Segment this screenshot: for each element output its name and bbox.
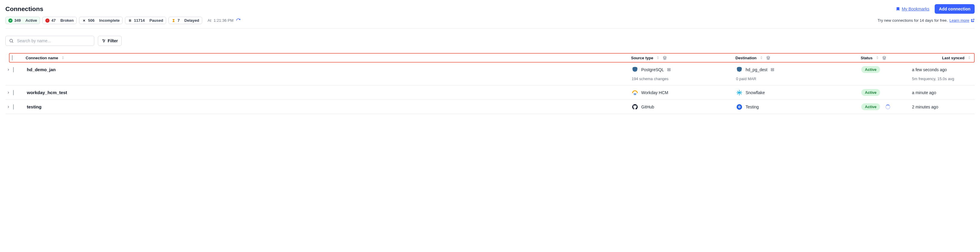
destination-label: Snowflake xyxy=(746,90,765,95)
connection-name: hd_demo_jan xyxy=(27,67,632,72)
source-label: GitHub xyxy=(641,105,654,109)
row-checkbox[interactable] xyxy=(13,104,14,109)
last-synced-value: 2 minutes ago xyxy=(912,105,972,109)
svg-rect-7 xyxy=(668,70,670,71)
svg-rect-9 xyxy=(771,70,774,71)
search-icon xyxy=(9,38,14,43)
github-icon xyxy=(632,104,638,110)
sort-icon[interactable] xyxy=(656,56,660,60)
col-status: Status xyxy=(861,56,873,60)
filter-label: Filter xyxy=(108,38,118,43)
group-icon[interactable] xyxy=(882,56,886,60)
svg-rect-1 xyxy=(130,19,131,22)
last-synced-value: a few seconds ago xyxy=(912,67,972,72)
destination-label: Testing xyxy=(746,105,759,109)
page-title: Connections xyxy=(5,5,43,13)
table-row[interactable]: hd_demo_jan PostgreSQL hd_pg_dest Active… xyxy=(5,63,975,76)
pill-broken-label: Broken xyxy=(60,18,74,23)
pill-delayed[interactable]: 7 Delayed xyxy=(169,17,202,24)
search-input[interactable] xyxy=(5,36,94,46)
table-row-details: 194 schema changes 0 paid MAR 5m frequen… xyxy=(5,76,975,86)
svg-rect-6 xyxy=(668,68,670,69)
col-source-type: Source type xyxy=(631,56,653,60)
pill-active[interactable]: 349 Active xyxy=(5,17,40,24)
sort-icon[interactable] xyxy=(876,56,879,60)
status-badge: Active xyxy=(861,89,880,96)
pill-active-count: 349 xyxy=(14,18,21,23)
pill-incomplete[interactable]: 506 Incomplete xyxy=(79,17,123,24)
sort-icon[interactable] xyxy=(61,56,65,60)
x-icon xyxy=(82,19,86,23)
last-synced-value: a minute ago xyxy=(912,90,972,95)
external-link-icon xyxy=(970,19,975,23)
svg-text:W: W xyxy=(634,93,636,96)
pill-delayed-label: Delayed xyxy=(184,18,199,23)
trial-text: Try new connections for 14 days for free… xyxy=(877,18,948,23)
expand-row-icon[interactable] xyxy=(5,105,11,109)
group-icon[interactable] xyxy=(766,56,770,60)
workday-icon: W xyxy=(632,89,638,96)
pill-incomplete-label: Incomplete xyxy=(99,18,120,23)
sort-icon[interactable] xyxy=(760,56,763,60)
postgres-icon xyxy=(632,67,638,73)
pill-delayed-count: 7 xyxy=(177,18,180,23)
pill-incomplete-count: 506 xyxy=(88,18,95,23)
source-label: Workday HCM xyxy=(641,90,668,95)
bookmark-icon xyxy=(896,7,900,11)
col-destination: Destination xyxy=(735,56,757,60)
testing-icon xyxy=(736,104,743,110)
destination-label: hd_pg_dest xyxy=(746,67,767,72)
alert-circle-icon xyxy=(45,19,49,23)
svg-point-4 xyxy=(104,41,105,41)
svg-point-13 xyxy=(739,106,740,108)
source-label: PostgreSQL xyxy=(641,67,664,72)
add-connection-button[interactable]: Add connection xyxy=(935,4,975,14)
stack-icon xyxy=(667,68,671,72)
table-header: Connection name Source type Destination xyxy=(9,53,975,63)
source-subtext: 194 schema changes xyxy=(632,76,736,81)
pill-paused[interactable]: 11714 Paused xyxy=(125,17,166,24)
hourglass-icon xyxy=(172,19,176,23)
pause-icon xyxy=(128,19,132,23)
filter-button[interactable]: Filter xyxy=(98,36,122,46)
stack-icon xyxy=(770,68,775,72)
timestamp-value: 1:21:36 PM xyxy=(213,18,234,23)
postgres-icon xyxy=(736,67,743,73)
snowflake-icon xyxy=(736,89,743,96)
connection-name: testing xyxy=(27,104,632,109)
svg-point-2 xyxy=(10,39,13,42)
expand-row-icon[interactable] xyxy=(5,68,11,71)
refresh-icon[interactable] xyxy=(236,18,241,23)
connection-name: workday_hcm_test xyxy=(27,90,632,95)
pill-broken[interactable]: 47 Broken xyxy=(42,17,76,24)
group-icon[interactable] xyxy=(663,56,667,60)
timestamp-prefix: At xyxy=(208,18,211,23)
pill-active-label: Active xyxy=(25,18,37,23)
destination-subtext: 0 paid MAR xyxy=(736,76,861,81)
check-circle-icon xyxy=(8,19,13,23)
last-refreshed-timestamp: At 1:21:36 PM xyxy=(208,18,241,23)
status-badge: Active xyxy=(861,103,880,110)
pill-paused-count: 11714 xyxy=(134,18,145,23)
row-checkbox[interactable] xyxy=(13,90,14,95)
col-connection-name: Connection name xyxy=(25,56,58,60)
learn-more-link[interactable]: Learn more xyxy=(950,18,975,23)
syncing-spinner-icon xyxy=(885,105,890,109)
sort-icon[interactable] xyxy=(967,56,971,60)
my-bookmarks-link[interactable]: My Bookmarks xyxy=(896,6,930,11)
my-bookmarks-label: My Bookmarks xyxy=(902,6,930,11)
pill-broken-count: 47 xyxy=(51,18,56,23)
table-row[interactable]: testing GitHub Testing Active 2 minutes … xyxy=(5,100,975,114)
sync-subtext: 5m frequency, 15.0s avg xyxy=(912,76,972,81)
svg-rect-8 xyxy=(771,68,774,69)
table-row[interactable]: workday_hcm_test W Workday HCM Snowflake… xyxy=(5,86,975,100)
select-all-checkbox[interactable] xyxy=(12,55,13,60)
pill-paused-label: Paused xyxy=(150,18,163,23)
learn-more-label: Learn more xyxy=(950,18,969,23)
expand-row-icon[interactable] xyxy=(5,91,11,94)
svg-point-5 xyxy=(103,41,104,42)
col-last-synced: Last synced xyxy=(942,56,964,60)
sliders-icon xyxy=(102,39,106,43)
row-checkbox[interactable] xyxy=(13,67,14,72)
svg-rect-0 xyxy=(129,19,130,22)
